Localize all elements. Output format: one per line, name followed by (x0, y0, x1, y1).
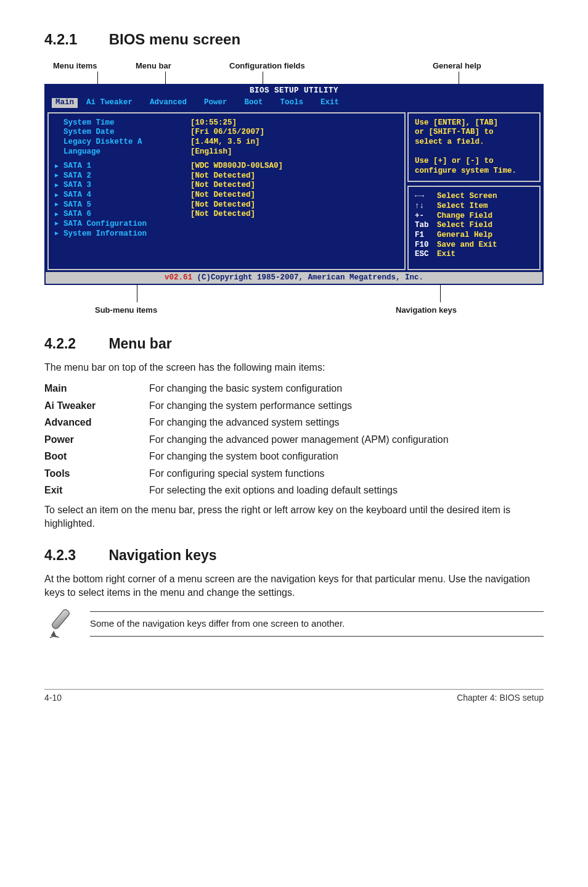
bios-field-value: [WDC WD800JD-00LSA0] (190, 162, 283, 170)
bios-menu-tab-main[interactable]: Main (52, 98, 78, 108)
definition-term: Power (44, 433, 149, 447)
bios-menu-bar: MainAi TweakerAdvancedPowerBootToolsExit (46, 97, 542, 110)
bios-menu-tab-exit[interactable]: Exit (312, 98, 348, 108)
bios-field-row[interactable]: SATA 6[Not Detected] (55, 210, 398, 220)
definition-desc: For changing the advanced system setting… (149, 416, 544, 429)
definition-term: Boot (44, 450, 149, 463)
bios-help-line (415, 147, 533, 157)
definition-row: BootFor changing the system boot configu… (44, 450, 544, 463)
bios-navkey-key: +- (415, 212, 437, 221)
definition-term: Main (44, 382, 149, 395)
definition-term: Ai Tweaker (44, 399, 149, 413)
bios-field-value: [English] (190, 147, 232, 156)
submenu-triangle-icon (55, 163, 60, 171)
bios-field-row[interactable]: Language[English] (55, 147, 398, 157)
svg-rect-0 (51, 609, 71, 630)
definition-list: MainFor changing the basic system config… (44, 382, 544, 497)
heading-number: 4.2.2 (44, 334, 105, 353)
bios-field-value: [1.44M, 3.5 in] (190, 138, 260, 146)
bios-navkey-label: Select Item (437, 202, 488, 210)
bios-field-label: SATA 3 (63, 181, 91, 191)
bios-field-value: [Not Detected] (190, 191, 255, 199)
caption-menu-bar: Menu bar (136, 60, 171, 72)
pencil-note-icon (47, 608, 79, 640)
bios-navkey-label: Select Field (437, 221, 492, 229)
bios-menu-tab-power[interactable]: Power (195, 98, 236, 108)
bios-field-row[interactable]: System Date[Fri 06/15/2007] (55, 128, 398, 138)
bios-field-label: SATA 2 (63, 171, 91, 181)
bios-menu-tab-boot[interactable]: Boot (236, 98, 272, 108)
heading-4-2-3: 4.2.3 Navigation keys (44, 546, 544, 565)
bios-field-value: [Not Detected] (190, 171, 255, 180)
definition-desc: For changing the basic system configurat… (149, 382, 544, 395)
bios-field-value: [Fri 06/15/2007] (190, 128, 264, 136)
heading-4-2-1: 4.2.1 BIOS menu screen (44, 30, 544, 49)
definition-row: AdvancedFor changing the advanced system… (44, 416, 544, 429)
bios-field-label: System Time (63, 118, 115, 128)
submenu-triangle-icon (55, 220, 60, 228)
caption-sub-menu: Sub-menu items (95, 305, 157, 316)
heading-title: Navigation keys (108, 547, 216, 563)
bios-field-value: [10:55:25] (190, 118, 237, 127)
bios-field-value: [Not Detected] (190, 200, 255, 209)
bios-field-row[interactable]: SATA 2[Not Detected] (55, 171, 398, 181)
bios-menu-tab-advanced[interactable]: Advanced (141, 98, 195, 108)
bios-navkey-key: Tab (415, 221, 437, 231)
bios-field-label: System Date (63, 128, 115, 138)
heading-number: 4.2.1 (44, 30, 105, 49)
bios-help-line: or [SHIFT-TAB] to (415, 128, 533, 138)
definition-row: Ai TweakerFor changing the system perfor… (44, 399, 544, 413)
definition-desc: For configuring special system functions (149, 467, 544, 481)
bios-field-row[interactable]: SATA 5[Not Detected] (55, 200, 398, 210)
bios-help-line: select a field. (415, 138, 533, 147)
bios-caption-labels-top: Menu items Menu bar Configuration fields… (44, 60, 544, 84)
definition-term: Advanced (44, 416, 149, 429)
bios-navkey-row: F10Save and Exit (415, 241, 533, 250)
bios-field-label: Legacy Diskette A (63, 138, 142, 147)
page-footer-left: 4-10 (44, 692, 62, 704)
bios-help-line: Use [ENTER], [TAB] (415, 118, 533, 128)
bios-navkey-label: Select Screen (437, 192, 497, 200)
definition-row: MainFor changing the basic system config… (44, 382, 544, 395)
submenu-triangle-icon (55, 182, 60, 190)
bios-field-row[interactable]: SATA Configuration (55, 220, 398, 229)
note-block: Some of the navigation keys differ from … (47, 608, 544, 640)
caption-config-fields: Configuration fields (229, 60, 305, 72)
bios-navkey-row: ←→Select Screen (415, 192, 533, 202)
bios-menu-tab-ai-tweaker[interactable]: Ai Tweaker (78, 98, 141, 108)
caption-general-help: General help (433, 60, 481, 72)
bios-field-value: [Not Detected] (190, 210, 255, 218)
bios-navkey-key: ↑↓ (415, 202, 437, 212)
definition-term: Tools (44, 467, 149, 481)
caption-nav-keys: Navigation keys (396, 305, 457, 316)
bios-navkey-key: F1 (415, 231, 437, 241)
bios-navkey-key: ←→ (415, 192, 437, 202)
bios-caption-labels-bottom: Sub-menu items Navigation keys (44, 285, 544, 318)
bios-title-bar: BIOS SETUP UTILITY (46, 85, 542, 97)
paragraph: To select an item on the menu bar, press… (44, 503, 544, 530)
definition-desc: For changing the system performance sett… (149, 399, 544, 413)
bios-field-row[interactable]: System Information (55, 229, 398, 239)
bios-help-bottom: ←→Select Screen↑↓Select Item+-Change Fie… (407, 186, 541, 270)
bios-field-label: Language (63, 147, 100, 157)
bios-help-top: Use [ENTER], [TAB]or [SHIFT-TAB] toselec… (407, 112, 541, 183)
page-footer: 4-10 Chapter 4: BIOS setup (44, 689, 544, 704)
bios-field-row[interactable]: SATA 3[Not Detected] (55, 181, 398, 191)
definition-row: PowerFor changing the advanced power man… (44, 433, 544, 447)
submenu-triangle-icon (55, 192, 60, 200)
bios-field-row[interactable]: SATA 4[Not Detected] (55, 191, 398, 200)
bios-help-line: Use [+] or [-] to (415, 157, 533, 167)
bios-help-line: configure system Time. (415, 167, 533, 176)
note-text: Some of the navigation keys differ from … (90, 611, 544, 636)
bios-field-row[interactable]: Legacy Diskette A[1.44M, 3.5 in] (55, 138, 398, 147)
bios-menu-tab-tools[interactable]: Tools (272, 98, 312, 108)
bios-field-row[interactable]: System Time[10:55:25] (55, 118, 398, 128)
heading-number: 4.2.3 (44, 546, 105, 565)
heading-4-2-2: 4.2.2 Menu bar (44, 334, 544, 353)
bios-navkey-row: ESCExit (415, 250, 533, 260)
bios-field-label: SATA 6 (63, 210, 91, 220)
bios-window: BIOS SETUP UTILITY MainAi TweakerAdvance… (44, 84, 544, 285)
bios-navkey-label: Change Field (437, 212, 492, 220)
bios-field-row[interactable]: SATA 1[WDC WD800JD-00LSA0] (55, 162, 398, 171)
bios-navkey-row: +-Change Field (415, 212, 533, 221)
